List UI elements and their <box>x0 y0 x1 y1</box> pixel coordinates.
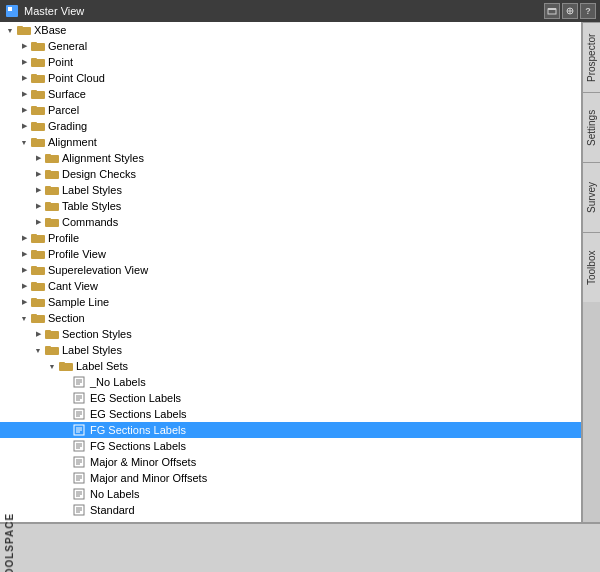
expand-icon-section[interactable]: ▼ <box>18 312 30 324</box>
node-icon-design-checks <box>44 166 60 182</box>
sidebar-tab-toolbox[interactable]: Toolbox <box>583 232 600 302</box>
pin-btn[interactable] <box>562 3 578 19</box>
node-icon-point <box>30 54 46 70</box>
tree-item-label-sets[interactable]: ▼ Label Sets <box>0 358 581 374</box>
svg-rect-48 <box>45 346 51 349</box>
expand-icon-cant-view[interactable]: ▶ <box>18 280 30 292</box>
expand-icon-general[interactable]: ▶ <box>18 40 30 52</box>
tree-panel: ▼ XBase▶ General▶ Point▶ Point Cloud▶ Su… <box>0 22 582 522</box>
expand-icon-superelevation-view[interactable]: ▶ <box>18 264 30 276</box>
expand-icon-label-sets[interactable]: ▼ <box>46 360 58 372</box>
svg-rect-18 <box>31 106 37 109</box>
tree-item-general[interactable]: ▶ General <box>0 38 581 54</box>
tree-item-profile[interactable]: ▶ Profile <box>0 230 581 246</box>
tree-item-commands[interactable]: ▶ Commands <box>0 214 581 230</box>
node-icon-general <box>30 38 46 54</box>
tree-item-alignment-styles[interactable]: ▶ Alignment Styles <box>0 150 581 166</box>
node-label-eg-section-labels: EG Section Labels <box>90 392 181 404</box>
expand-icon-parcel[interactable]: ▶ <box>18 104 30 116</box>
svg-rect-12 <box>31 58 37 61</box>
node-icon-major-minor-offsets <box>72 454 88 470</box>
expand-icon-label-styles-2[interactable]: ▼ <box>32 344 44 356</box>
tree-item-no-labels[interactable]: _No Labels <box>0 374 581 390</box>
tree-item-table-styles[interactable]: ▶ Table Styles <box>0 198 581 214</box>
node-label-profile-view: Profile View <box>48 248 106 260</box>
expand-icon-commands[interactable]: ▶ <box>32 216 44 228</box>
tree-item-grading[interactable]: ▶ Grading <box>0 118 581 134</box>
expand-icon-section-styles[interactable]: ▶ <box>32 328 44 340</box>
tree-item-fg-sections-labels[interactable]: FG Sections Labels <box>0 422 581 438</box>
tree-item-point[interactable]: ▶ Point <box>0 54 581 70</box>
node-icon-major-and-minor-offsets <box>72 470 88 486</box>
title-bar-controls[interactable]: ? <box>544 3 596 19</box>
tree-item-no-labels-2[interactable]: No Labels <box>0 486 581 502</box>
tree-item-major-and-minor-offsets[interactable]: Major and Minor Offsets <box>0 470 581 486</box>
tree-item-profile-view[interactable]: ▶ Profile View <box>0 246 581 262</box>
tree-item-section[interactable]: ▼ Section <box>0 310 581 326</box>
expand-icon-point-cloud[interactable]: ▶ <box>18 72 30 84</box>
tree-item-superelevation-view[interactable]: ▶ Superelevation View <box>0 262 581 278</box>
window-title: Master View <box>24 5 84 17</box>
node-label-cant-view: Cant View <box>48 280 98 292</box>
tree-item-point-cloud[interactable]: ▶ Point Cloud <box>0 70 581 86</box>
node-label-section-styles: Section Styles <box>62 328 132 340</box>
node-icon-surface <box>30 86 46 102</box>
tree-item-cant-view[interactable]: ▶ Cant View <box>0 278 581 294</box>
svg-rect-10 <box>31 42 37 45</box>
sidebar-tab-settings[interactable]: Settings <box>583 92 600 162</box>
tree-item-xbase[interactable]: ▼ XBase <box>0 22 581 38</box>
tree-item-fg-sections-labels-2[interactable]: FG Sections Labels <box>0 438 581 454</box>
node-icon-cant-view <box>30 278 46 294</box>
expand-icon-design-checks[interactable]: ▶ <box>32 168 44 180</box>
sidebar-tab-survey[interactable]: Survey <box>583 162 600 232</box>
expand-icon-profile[interactable]: ▶ <box>18 232 30 244</box>
expand-icon-sample-line[interactable]: ▶ <box>18 296 30 308</box>
node-icon-no-labels-2 <box>72 486 88 502</box>
expand-icon-alignment[interactable]: ▼ <box>18 136 30 148</box>
tree-item-standard[interactable]: Standard <box>0 502 581 518</box>
node-icon-eg-sections-labels <box>72 406 88 422</box>
node-label-general: General <box>48 40 87 52</box>
expand-icon-standard <box>60 504 72 516</box>
node-label-profile: Profile <box>48 232 79 244</box>
node-label-surface: Surface <box>48 88 86 100</box>
expand-icon-eg-section-labels <box>60 392 72 404</box>
node-icon-table-styles <box>44 198 60 214</box>
tree-item-parcel[interactable]: ▶ Parcel <box>0 102 581 118</box>
node-label-alignment: Alignment <box>48 136 97 148</box>
expand-icon-grading[interactable]: ▶ <box>18 120 30 132</box>
tree-item-design-checks[interactable]: ▶ Design Checks <box>0 166 581 182</box>
tree-item-surface[interactable]: ▶ Surface <box>0 86 581 102</box>
tree-item-alignment[interactable]: ▼ Alignment <box>0 134 581 150</box>
node-label-point-cloud: Point Cloud <box>48 72 105 84</box>
tree-item-eg-section-labels[interactable]: EG Section Labels <box>0 390 581 406</box>
expand-icon-major-and-minor-offsets <box>60 472 72 484</box>
expand-icon-label-styles[interactable]: ▶ <box>32 184 44 196</box>
tree-item-label-styles-2[interactable]: ▼ Label Styles <box>0 342 581 358</box>
expand-icon-xbase[interactable]: ▼ <box>4 24 16 36</box>
expand-icon-profile-view[interactable]: ▶ <box>18 248 30 260</box>
expand-icon-point[interactable]: ▶ <box>18 56 30 68</box>
tree-item-major-minor-offsets[interactable]: Major & Minor Offsets <box>0 454 581 470</box>
svg-rect-36 <box>31 250 37 253</box>
node-icon-label-styles-2 <box>44 342 60 358</box>
tree-item-eg-sections-labels[interactable]: EG Sections Labels <box>0 406 581 422</box>
expand-icon-fg-sections-labels <box>60 424 72 436</box>
sidebar-tab-prospector[interactable]: Prospector <box>583 22 600 92</box>
tree-item-label-styles[interactable]: ▶ Label Styles <box>0 182 581 198</box>
expand-icon-alignment-styles[interactable]: ▶ <box>32 152 44 164</box>
node-icon-point-cloud <box>30 70 46 86</box>
svg-rect-20 <box>31 122 37 125</box>
tree-item-section-styles[interactable]: ▶ Section Styles <box>0 326 581 342</box>
help-btn[interactable]: ? <box>580 3 596 19</box>
main-layout: ▼ XBase▶ General▶ Point▶ Point Cloud▶ Su… <box>0 22 600 522</box>
tree-item-sample-line[interactable]: ▶ Sample Line <box>0 294 581 310</box>
tree-container[interactable]: ▼ XBase▶ General▶ Point▶ Point Cloud▶ Su… <box>0 22 581 522</box>
expand-icon-surface[interactable]: ▶ <box>18 88 30 100</box>
svg-rect-14 <box>31 74 37 77</box>
expand-icon-table-styles[interactable]: ▶ <box>32 200 44 212</box>
dock-btn[interactable] <box>544 3 560 19</box>
svg-rect-24 <box>45 154 51 157</box>
svg-rect-22 <box>31 138 37 141</box>
node-icon-parcel <box>30 102 46 118</box>
